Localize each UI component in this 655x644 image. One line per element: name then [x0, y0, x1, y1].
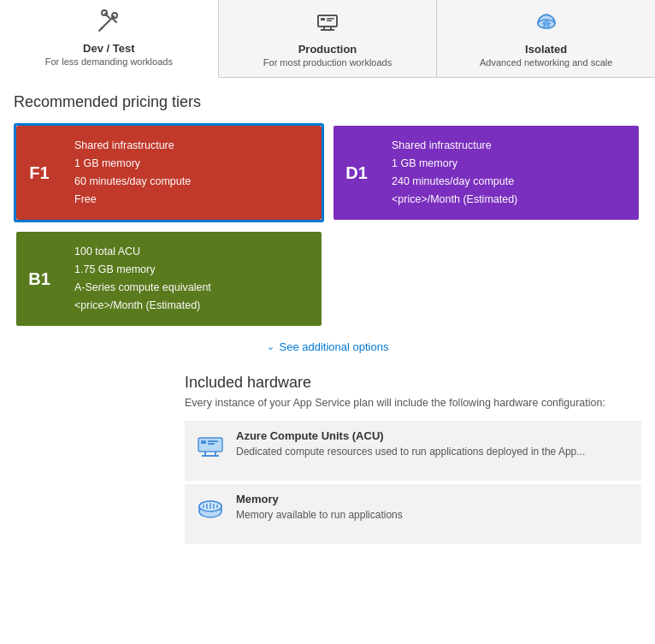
b1-detail-2: 1.75 GB memory — [74, 261, 310, 279]
svg-rect-10 — [327, 20, 332, 21]
production-icon — [316, 10, 339, 39]
isolated-subtitle: Advanced networking and scale — [480, 57, 612, 68]
acu-desc: Dedicated compute resources used to run … — [236, 445, 585, 459]
pricing-grid-bottom: B1 100 total ACU 1.75 GB memory A-Series… — [14, 229, 641, 328]
svg-line-3 — [99, 27, 103, 31]
b1-details: 100 total ACU 1.75 GB memory A-Series co… — [62, 232, 322, 326]
d1-detail-2: 1 GB memory — [392, 155, 627, 173]
f1-details: Shared infrastructure 1 GB memory 60 min… — [62, 126, 322, 220]
memory-text: Memory Memory available to run applicati… — [236, 493, 403, 523]
isolated-title: Isolated — [525, 43, 567, 56]
b1-detail-3: A-Series compute equivalent — [74, 279, 310, 297]
f1-detail-4: Free — [74, 191, 310, 209]
memory-desc: Memory available to run applications — [236, 508, 403, 523]
hardware-item-memory: Memory Memory available to run applicati… — [185, 484, 641, 544]
hardware-item-acu: Azure Compute Units (ACU) Dedicated comp… — [185, 421, 641, 481]
hardware-subtitle: Every instance of your App Service plan … — [185, 397, 641, 409]
b1-detail-1: 100 total ACU — [74, 243, 310, 261]
production-subtitle: For most production workloads — [263, 57, 392, 68]
svg-point-2 — [112, 13, 117, 18]
acu-icon — [195, 431, 226, 462]
d1-detail-1: Shared infrastructure — [392, 137, 627, 155]
svg-rect-9 — [327, 18, 334, 20]
hardware-title: Included hardware — [185, 374, 641, 392]
dev-test-title: Dev / Test — [83, 42, 134, 55]
f1-detail-3: 60 minutes/day compute — [74, 173, 310, 191]
pricing-card-d1[interactable]: D1 Shared infrastructure 1 GB memory 240… — [333, 126, 639, 220]
pricing-card-b1[interactable]: B1 100 total ACU 1.75 GB memory A-Series… — [16, 232, 322, 326]
dev-test-icon — [97, 9, 121, 38]
svg-rect-19 — [208, 443, 215, 445]
svg-point-6 — [102, 10, 107, 15]
f1-label: F1 — [16, 126, 62, 220]
tab-bar: Dev / Test For less demanding workloads … — [0, 0, 655, 78]
see-more-label: See additional options — [280, 340, 389, 353]
pricing-card-f1-wrapper: F1 Shared infrastructure 1 GB memory 60 … — [14, 123, 324, 222]
production-title: Production — [298, 43, 357, 56]
svg-rect-18 — [208, 440, 218, 442]
pricing-grid-top: F1 Shared infrastructure 1 GB memory 60 … — [14, 123, 641, 222]
pricing-card-f1[interactable]: F1 Shared infrastructure 1 GB memory 60 … — [16, 126, 322, 220]
memory-title: Memory — [236, 493, 403, 505]
pricing-empty-cell — [331, 229, 641, 328]
b1-label: B1 — [16, 232, 62, 326]
d1-detail-3: 240 minutes/day compute — [392, 173, 627, 191]
svg-rect-17 — [201, 440, 206, 444]
d1-label: D1 — [333, 126, 380, 220]
tab-isolated[interactable]: Isolated Advanced networking and scale — [437, 0, 655, 77]
svg-rect-15 — [544, 24, 549, 28]
pricing-card-d1-wrapper: D1 Shared infrastructure 1 GB memory 240… — [331, 123, 641, 222]
dev-test-subtitle: For less demanding workloads — [45, 56, 173, 67]
tab-dev-test[interactable]: Dev / Test For less demanding workloads — [0, 0, 219, 78]
f1-detail-1: Shared infrastructure — [74, 137, 310, 155]
svg-rect-8 — [321, 18, 325, 21]
see-additional-options[interactable]: ⌄ See additional options — [14, 340, 641, 353]
hardware-section: Included hardware Every instance of your… — [14, 374, 641, 544]
main-content: Recommended pricing tiers F1 Shared infr… — [0, 78, 655, 561]
pricing-card-b1-wrapper: B1 100 total ACU 1.75 GB memory A-Series… — [14, 229, 324, 328]
d1-details: Shared infrastructure 1 GB memory 240 mi… — [380, 126, 639, 220]
chevron-down-icon: ⌄ — [267, 341, 274, 352]
b1-detail-4: <price>/Month (Estimated) — [74, 297, 310, 315]
f1-detail-2: 1 GB memory — [74, 155, 310, 173]
d1-detail-4: <price>/Month (Estimated) — [392, 191, 627, 209]
acu-title: Azure Compute Units (ACU) — [236, 429, 585, 442]
acu-text: Azure Compute Units (ACU) Dedicated comp… — [236, 429, 585, 459]
tab-production[interactable]: Production For most production workloads — [219, 0, 438, 77]
section-title: Recommended pricing tiers — [14, 93, 641, 111]
memory-icon — [195, 494, 226, 525]
isolated-icon — [534, 10, 558, 39]
